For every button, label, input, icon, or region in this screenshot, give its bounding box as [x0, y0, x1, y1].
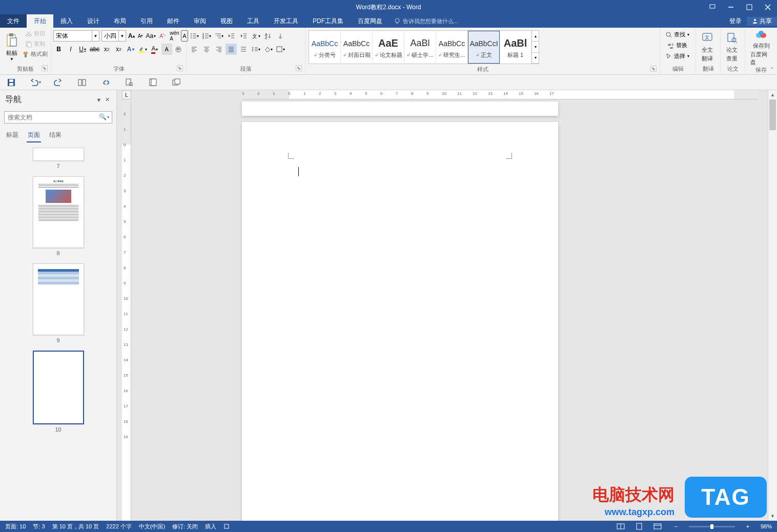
increase-indent-button[interactable] — [238, 30, 249, 42]
vertical-scrollbar[interactable]: ▲ ▼ — [768, 90, 777, 521]
distributed-button[interactable] — [238, 44, 249, 55]
styles-gallery[interactable]: AaBbCc↲分类号 AaBbCc↲封面日期 AaE↲论文标题 AaBl↲硕士学… — [309, 30, 539, 64]
view-read-mode-button[interactable] — [615, 522, 626, 531]
style-item-6[interactable]: AaBl标题 1 — [500, 31, 531, 64]
grow-font-button[interactable]: A▴ — [127, 30, 136, 42]
borders-button[interactable]: ▾ — [275, 44, 286, 55]
copy-button[interactable]: 复制 — [21, 39, 49, 49]
qat-split-button[interactable] — [75, 76, 89, 89]
styles-up-button[interactable]: ▴ — [531, 31, 539, 42]
tab-home[interactable]: 开始 — [27, 14, 53, 28]
navpane-search-input[interactable] — [4, 111, 112, 124]
minimize-button[interactable] — [722, 0, 740, 14]
navpane-dropdown-button[interactable]: ▼ — [95, 96, 103, 104]
justify-button[interactable] — [226, 44, 237, 55]
close-button[interactable] — [759, 0, 777, 14]
zoom-in-button[interactable]: + — [742, 522, 753, 531]
styles-launcher[interactable]: ⬊ — [650, 66, 657, 72]
thumbnail-page-9[interactable]: 9 — [0, 263, 116, 343]
navpane-tab-headings[interactable]: 标题 — [5, 129, 19, 142]
align-right-button[interactable] — [213, 44, 224, 55]
zoom-slider[interactable] — [689, 526, 735, 527]
thumbnail-page-10[interactable]: 10 — [0, 351, 116, 433]
styles-gallery-scroll[interactable]: ▴▾▾ — [531, 31, 539, 64]
style-item-1[interactable]: AaBbCc↲封面日期 — [341, 31, 373, 64]
tab-review[interactable]: 审阅 — [187, 14, 213, 28]
page-thumbnails[interactable]: 7 第八章标题 8 — [0, 142, 116, 521]
navpane-tab-pages[interactable]: 页面 — [27, 129, 41, 142]
cut-button[interactable]: 剪切 — [21, 29, 49, 38]
status-page[interactable]: 页面: 10 — [5, 523, 26, 530]
status-page-of[interactable]: 第 10 页，共 10 页 — [52, 523, 99, 530]
scroll-down-button[interactable]: ▼ — [768, 511, 777, 521]
qat-redo-button[interactable] — [51, 76, 66, 89]
shading-button[interactable]: ▾ — [262, 44, 274, 55]
view-print-layout-button[interactable] — [633, 522, 645, 531]
document-canvas[interactable]: L 32101234567891011121314151617 21012345… — [117, 90, 768, 521]
navpane-close-button[interactable]: ✕ — [103, 96, 111, 104]
zoom-out-button[interactable]: − — [670, 522, 682, 531]
tab-mailings[interactable]: 邮件 — [160, 14, 187, 28]
tab-references[interactable]: 引用 — [133, 14, 160, 28]
enclose-characters-button[interactable]: ㊥ — [173, 44, 184, 55]
view-web-layout-button[interactable] — [652, 522, 663, 531]
save-to-cloud-button[interactable]: 保存到百度网盘 — [747, 29, 775, 66]
full-translate-button[interactable]: 文全文翻译 — [698, 29, 717, 65]
login-button[interactable]: 登录 — [724, 17, 747, 26]
font-name-dropdown[interactable]: ▼ — [92, 30, 99, 42]
zoom-level[interactable]: 98% — [761, 523, 772, 529]
scroll-thumb[interactable] — [769, 99, 776, 130]
collapse-ribbon-button[interactable]: ⌃ — [770, 67, 774, 72]
qat-link-button[interactable] — [98, 76, 113, 89]
style-item-2[interactable]: AaE↲论文标题 — [373, 31, 404, 64]
status-track-changes[interactable]: 修订: 关闭 — [172, 523, 198, 530]
numbering-button[interactable]: 123▾ — [201, 30, 212, 42]
page-current[interactable] — [242, 122, 558, 521]
tab-layout[interactable]: 布局 — [107, 14, 133, 28]
underline-button[interactable]: U▾ — [77, 44, 88, 55]
subscript-button[interactable]: x2 — [101, 44, 112, 55]
strikethrough-button[interactable]: abc — [89, 44, 100, 55]
font-size-dropdown[interactable]: ▼ — [119, 30, 126, 42]
navpane-tab-results[interactable]: 结果 — [48, 129, 63, 142]
tab-view[interactable]: 视图 — [213, 14, 240, 28]
horizontal-ruler[interactable]: 32101234567891011121314151617 — [242, 90, 759, 99]
ribbon-display-options-button[interactable] — [703, 0, 722, 14]
highlight-button[interactable]: ▾ — [137, 44, 148, 55]
thesis-check-button[interactable]: 论文查重 — [723, 29, 741, 65]
styles-down-button[interactable]: ▾ — [531, 42, 539, 52]
character-shading-button[interactable]: A — [161, 44, 172, 55]
tab-pdf-tools[interactable]: PDF工具集 — [305, 14, 351, 28]
status-section[interactable]: 节: 3 — [33, 523, 45, 530]
show-paragraph-marks-button[interactable] — [275, 30, 286, 42]
vertical-ruler[interactable]: 21012345678910111213141516171819 — [122, 101, 131, 521]
replace-button[interactable]: abac替换 — [664, 40, 690, 50]
status-language[interactable]: 中文(中国) — [139, 523, 165, 530]
ruler-tab-selector[interactable]: L — [122, 90, 131, 99]
phonetic-guide-button[interactable]: wénA — [169, 30, 180, 42]
find-button[interactable]: 查找▾ — [664, 30, 690, 39]
change-case-button[interactable]: Aa▾ — [145, 30, 156, 42]
zoom-slider-thumb[interactable] — [710, 524, 713, 529]
status-macro-recording-button[interactable] — [223, 523, 230, 529]
paste-button[interactable]: 粘贴 ▼ — [2, 29, 21, 65]
bullets-button[interactable]: ▾ — [189, 30, 200, 42]
thumbnail-page-8[interactable]: 第八章标题 8 — [0, 176, 116, 256]
align-center-button[interactable] — [201, 44, 212, 55]
maximize-button[interactable] — [740, 0, 759, 14]
qat-undo-button[interactable]: ▾ — [28, 76, 42, 89]
format-painter-button[interactable]: 格式刷 — [21, 49, 49, 59]
search-icon[interactable]: 🔍▾ — [99, 113, 109, 120]
thumbnail-page-7[interactable]: 7 — [0, 148, 116, 169]
multilevel-list-button[interactable]: ▾ — [213, 30, 224, 42]
sort-button[interactable]: AZ — [262, 30, 274, 42]
font-color-button[interactable]: A▾ — [149, 44, 160, 55]
decrease-indent-button[interactable] — [226, 30, 237, 42]
style-item-5[interactable]: AaBbCcI↲正文 — [468, 31, 500, 64]
style-item-3[interactable]: AaBl↲硕士学... — [404, 31, 436, 64]
bold-button[interactable]: B — [53, 44, 64, 55]
tab-developer[interactable]: 开发工具 — [267, 14, 305, 28]
clipboard-launcher[interactable]: ⬊ — [42, 65, 48, 71]
align-left-button[interactable] — [189, 44, 200, 55]
styles-more-button[interactable]: ▾ — [531, 53, 539, 64]
